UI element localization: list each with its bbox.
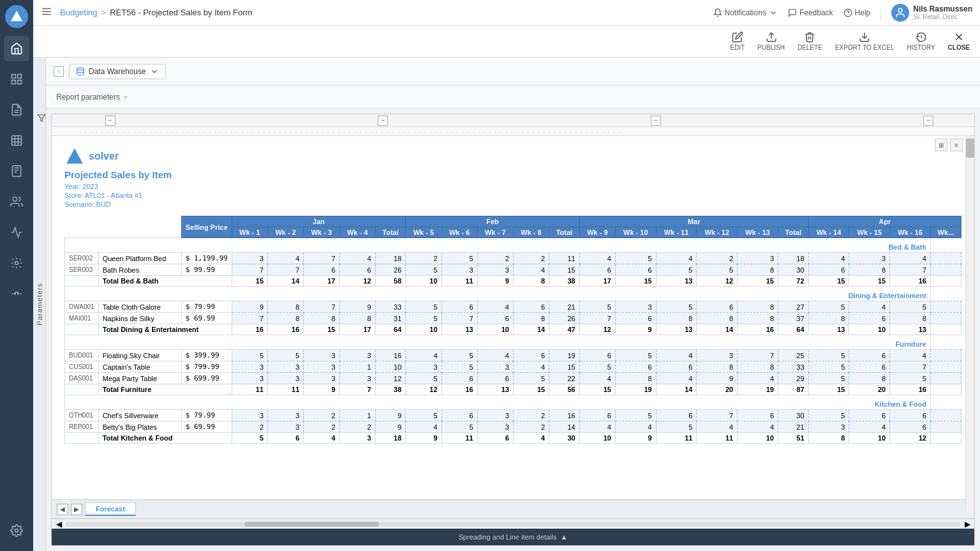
nav-settings[interactable]: [4, 518, 29, 543]
data-cell[interactable]: 18: [778, 253, 809, 264]
nav-users[interactable]: [4, 189, 29, 215]
data-cell[interactable]: 6: [849, 350, 890, 361]
data-cell[interactable]: 5: [808, 361, 849, 373]
data-cell[interactable]: [930, 301, 961, 313]
data-cell[interactable]: 30: [778, 264, 809, 276]
data-cell[interactable]: 6: [477, 373, 513, 384]
data-cell[interactable]: [930, 373, 961, 384]
data-cell[interactable]: 16: [549, 410, 580, 421]
data-cell[interactable]: 3: [477, 264, 513, 276]
data-cell[interactable]: 3: [442, 264, 477, 276]
scroll-track[interactable]: [66, 522, 960, 527]
data-cell[interactable]: 2: [513, 253, 549, 264]
scroll-minus-4[interactable]: −: [923, 116, 933, 126]
data-cell[interactable]: 6: [656, 361, 697, 373]
data-cell[interactable]: 8: [304, 313, 339, 324]
data-cell[interactable]: 3: [304, 373, 339, 384]
data-cell[interactable]: 8: [849, 373, 890, 384]
data-cell[interactable]: 5: [615, 350, 656, 361]
data-cell[interactable]: 6: [477, 313, 513, 324]
data-cell[interactable]: 8: [738, 361, 778, 373]
data-warehouse-btn[interactable]: Data Warehouse: [69, 64, 166, 79]
data-cell[interactable]: 4: [656, 350, 697, 361]
data-cell[interactable]: 6: [579, 410, 615, 421]
data-cell[interactable]: 15: [549, 361, 580, 373]
user-info[interactable]: Nils Rasmussen Sr. Retail, Direc: [891, 4, 972, 22]
data-cell[interactable]: 7: [268, 264, 304, 276]
data-cell[interactable]: 18: [375, 253, 406, 264]
data-cell[interactable]: 3: [268, 421, 304, 433]
data-cell[interactable]: 4: [339, 253, 375, 264]
data-cell[interactable]: 12: [375, 373, 406, 384]
data-cell[interactable]: 9: [375, 421, 406, 433]
data-cell[interactable]: 4: [738, 421, 778, 433]
data-cell[interactable]: 4: [890, 253, 931, 264]
data-cell[interactable]: 3: [697, 350, 738, 361]
data-cell[interactable]: 6: [615, 313, 656, 324]
data-cell[interactable]: 21: [549, 301, 580, 313]
data-cell[interactable]: 6: [304, 264, 339, 276]
data-cell[interactable]: 2: [477, 253, 513, 264]
data-cell[interactable]: 5: [442, 361, 477, 373]
data-cell[interactable]: 7: [890, 264, 931, 276]
data-cell[interactable]: 31: [375, 313, 406, 324]
nav-calculator[interactable]: [4, 158, 29, 184]
tab-next-btn[interactable]: ▶: [71, 504, 82, 515]
data-cell[interactable]: 5: [406, 373, 442, 384]
data-cell[interactable]: 4: [579, 253, 615, 264]
data-cell[interactable]: 4: [656, 253, 697, 264]
data-cell[interactable]: 33: [778, 361, 809, 373]
data-cell[interactable]: 5: [615, 410, 656, 421]
data-cell[interactable]: 4: [890, 350, 931, 361]
data-cell[interactable]: 6: [513, 350, 549, 361]
scroll-left-btn[interactable]: ◀: [54, 520, 63, 529]
data-cell[interactable]: 4: [849, 301, 890, 313]
help-btn[interactable]: Help: [843, 8, 871, 17]
data-cell[interactable]: 3: [477, 361, 513, 373]
data-cell[interactable]: 2: [339, 421, 375, 433]
data-cell[interactable]: 2: [304, 410, 339, 421]
data-cell[interactable]: 4: [406, 421, 442, 433]
data-cell[interactable]: 5: [513, 373, 549, 384]
data-cell[interactable]: 22: [549, 373, 580, 384]
data-cell[interactable]: 4: [579, 373, 615, 384]
data-cell[interactable]: 5: [406, 301, 442, 313]
data-cell[interactable]: 9: [339, 301, 375, 313]
data-cell[interactable]: 9: [697, 373, 738, 384]
data-cell[interactable]: 2: [232, 421, 267, 433]
data-cell[interactable]: 2: [513, 410, 549, 421]
data-cell[interactable]: 7: [304, 253, 339, 264]
nav-dashboard[interactable]: [4, 66, 29, 92]
data-cell[interactable]: 2: [304, 421, 339, 433]
close-btn[interactable]: CLOSE: [948, 31, 970, 51]
publish-btn[interactable]: PUBLISH: [757, 31, 785, 51]
data-cell[interactable]: 4: [477, 350, 513, 361]
data-cell[interactable]: 1: [339, 361, 375, 373]
data-cell[interactable]: 8: [849, 264, 890, 276]
expand-btn[interactable]: [54, 66, 64, 77]
data-cell[interactable]: 4: [513, 264, 549, 276]
data-cell[interactable]: 3: [232, 253, 267, 264]
nav-home[interactable]: [4, 36, 29, 61]
data-cell[interactable]: 37: [778, 313, 809, 324]
hamburger-menu[interactable]: [41, 6, 52, 19]
status-chevron[interactable]: ▲: [561, 533, 568, 541]
data-cell[interactable]: 5: [268, 350, 304, 361]
data-cell[interactable]: 9: [375, 410, 406, 421]
data-cell[interactable]: 14: [549, 421, 580, 433]
data-cell[interactable]: 6: [890, 421, 931, 433]
data-cell[interactable]: 2: [513, 421, 549, 433]
data-cell[interactable]: 10: [375, 361, 406, 373]
data-cell[interactable]: 30: [778, 410, 809, 421]
data-cell[interactable]: 5: [406, 410, 442, 421]
data-cell[interactable]: 8: [697, 361, 738, 373]
data-cell[interactable]: 5: [656, 301, 697, 313]
history-btn[interactable]: HISTORY: [907, 31, 935, 51]
data-cell[interactable]: 6: [697, 301, 738, 313]
data-cell[interactable]: 5: [406, 313, 442, 324]
bottom-scroll[interactable]: ◀ ▶: [52, 518, 974, 529]
data-cell[interactable]: 5: [808, 350, 849, 361]
data-cell[interactable]: 6: [849, 410, 890, 421]
export-btn[interactable]: EXPORT TO EXCEL: [835, 31, 895, 51]
data-cell[interactable]: 3: [477, 410, 513, 421]
